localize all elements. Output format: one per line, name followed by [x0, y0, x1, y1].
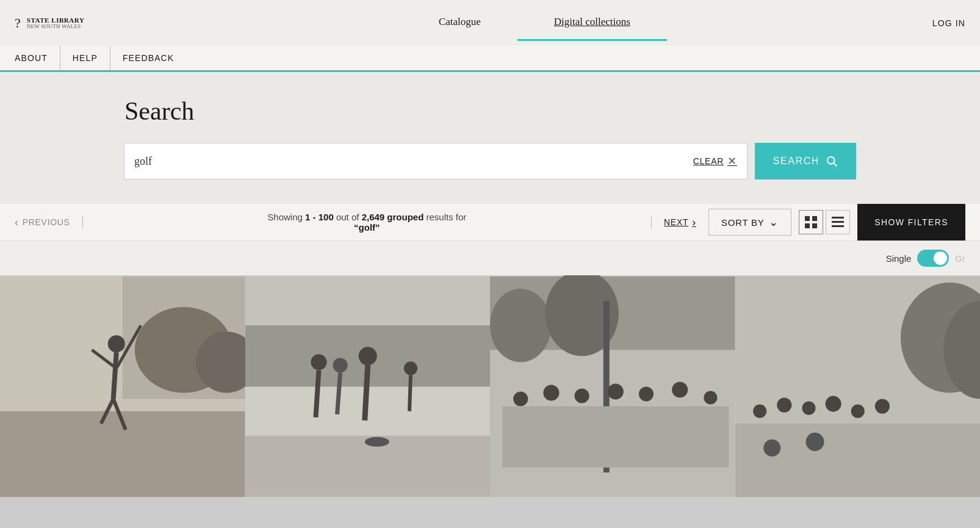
svg-rect-3 [812, 216, 817, 221]
svg-line-15 [113, 352, 117, 399]
tab-digital-collections[interactable]: Digital collections [517, 5, 667, 41]
site-header: ? STATE LIBRARY NEW SOUTH WALES Catalogu… [0, 0, 980, 72]
svg-line-1 [834, 163, 837, 166]
results-info: Showing 1 - 100 out of 2,649 grouped res… [95, 212, 639, 233]
svg-point-30 [403, 361, 417, 375]
golf-scene-8-image [735, 498, 981, 528]
svg-point-28 [333, 358, 347, 372]
search-query: “golf” [354, 222, 380, 233]
image-item-8[interactable] [735, 498, 981, 528]
svg-point-44 [704, 391, 717, 405]
results-range: 1 - 100 [305, 212, 334, 222]
svg-point-26 [358, 347, 377, 365]
svg-rect-49 [735, 424, 981, 497]
golf-spectators-image [490, 275, 735, 498]
list-view-button[interactable] [826, 210, 850, 234]
image-grid [0, 275, 980, 528]
image-item-2[interactable] [245, 275, 491, 498]
svg-point-40 [575, 389, 589, 403]
svg-rect-4 [805, 223, 810, 228]
golf-scene-7-image [490, 498, 735, 528]
svg-point-56 [763, 439, 780, 457]
search-icon [826, 155, 838, 167]
image-item-1[interactable] [0, 275, 245, 498]
svg-point-57 [805, 433, 824, 451]
logo-nsw: NEW SOUTH WALES [27, 24, 85, 30]
svg-point-0 [827, 157, 835, 164]
image-item-3[interactable] [490, 275, 735, 498]
svg-point-38 [513, 392, 528, 407]
secondary-nav: ABOUT HELP FEEDBACK [0, 46, 980, 72]
toggle-knob [934, 251, 947, 265]
right-arrow-icon: › [692, 216, 696, 229]
showing-text: Showing [267, 212, 303, 222]
svg-line-25 [315, 370, 319, 417]
nav-help[interactable]: HELP [73, 46, 110, 70]
login-button[interactable]: LOG IN [932, 18, 965, 28]
svg-line-31 [409, 375, 411, 411]
nav-feedback[interactable]: FEEDBACK [123, 46, 186, 70]
svg-point-51 [777, 398, 791, 413]
svg-rect-5 [812, 223, 817, 228]
golf-scene-6-image [245, 498, 491, 528]
search-input-wrapper: CLEAR ✕ [124, 143, 748, 179]
image-item-4[interactable] [735, 275, 981, 498]
page-title: Search [124, 96, 965, 126]
image-item-5[interactable] [0, 498, 245, 528]
grouped-label: Gr [955, 253, 965, 264]
single-grouped-toggle[interactable] [917, 250, 949, 267]
golf-scene-5-image [0, 498, 245, 528]
clear-button[interactable]: CLEAR ✕ [693, 154, 737, 168]
results-total: 2,649 [362, 212, 385, 222]
svg-point-53 [825, 396, 841, 412]
svg-point-54 [851, 405, 864, 418]
out-of-label: out of [336, 212, 359, 222]
list-icon [831, 215, 845, 229]
tab-catalogue[interactable]: Catalogue [402, 5, 517, 41]
close-icon: ✕ [727, 154, 737, 168]
svg-point-14 [108, 335, 125, 352]
svg-line-27 [364, 365, 367, 420]
svg-point-43 [672, 382, 688, 397]
chevron-down-icon: ⌄ [769, 215, 779, 229]
svg-point-50 [753, 405, 766, 418]
search-row: CLEAR ✕ SEARCH [124, 143, 856, 179]
sort-by-label: SORT BY [721, 217, 765, 228]
svg-point-55 [874, 399, 889, 414]
image-item-6[interactable] [245, 498, 491, 528]
svg-point-32 [364, 437, 389, 447]
golf-crowd-image [735, 275, 981, 498]
sort-by-dropdown[interactable]: SORT BY ⌄ [708, 209, 791, 236]
image-item-7[interactable] [490, 498, 735, 528]
search-button[interactable]: SEARCH [755, 143, 856, 179]
previous-label: PREVIOUS [23, 217, 70, 227]
svg-point-39 [543, 385, 559, 400]
grid-view-button[interactable] [799, 210, 823, 234]
nav-about[interactable]: ABOUT [15, 46, 60, 70]
show-filters-button[interactable]: SHOW FILTERS [857, 204, 965, 240]
svg-point-41 [608, 383, 624, 399]
golf-swing-image [0, 275, 245, 498]
search-label: SEARCH [773, 156, 820, 167]
next-button[interactable]: NEXT › [651, 216, 696, 229]
svg-rect-45 [502, 407, 729, 468]
golf-walkers-image [245, 275, 491, 498]
svg-rect-7 [832, 221, 844, 223]
svg-point-24 [311, 354, 326, 370]
svg-rect-6 [832, 217, 844, 219]
results-bar: ‹ PREVIOUS Showing 1 - 100 out of 2,649 … [0, 204, 980, 241]
grid-icon [804, 215, 818, 229]
logo-state: STATE LIBRARY [27, 16, 85, 24]
svg-point-35 [490, 289, 551, 362]
main-nav: Catalogue Digital collections [137, 5, 932, 41]
clear-label: CLEAR [693, 156, 724, 166]
previous-button[interactable]: ‹ PREVIOUS [15, 216, 83, 229]
view-icons [799, 210, 850, 234]
search-input[interactable] [134, 155, 693, 168]
search-section: Search CLEAR ✕ SEARCH [0, 72, 980, 204]
svg-line-29 [337, 372, 340, 414]
svg-rect-8 [832, 225, 844, 227]
logo[interactable]: ? STATE LIBRARY NEW SOUTH WALES [15, 15, 137, 31]
svg-point-42 [639, 387, 654, 402]
next-label: NEXT [664, 217, 688, 227]
